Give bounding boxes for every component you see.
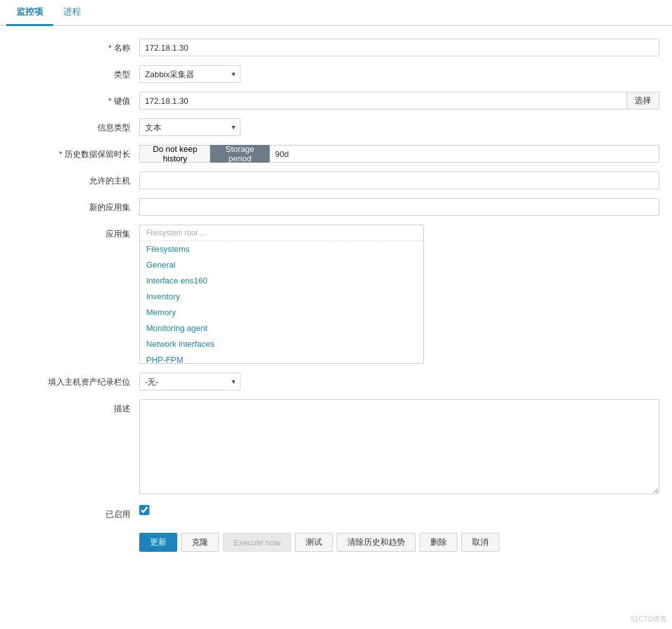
app-set-row: 应用集 Filesystem root ...FilesystemsGenera… bbox=[13, 225, 659, 364]
enabled-control bbox=[139, 505, 659, 515]
description-textarea[interactable] bbox=[139, 399, 659, 494]
enabled-label: 已启用 bbox=[13, 505, 139, 520]
tab-monitoring[interactable]: 监控项 bbox=[6, 0, 53, 26]
type-row: 类型 Zabbix采集器 SNMP agent Zabbix agent Sim… bbox=[13, 65, 659, 83]
new-app-input[interactable] bbox=[139, 198, 659, 216]
update-button[interactable]: 更新 bbox=[139, 533, 177, 552]
list-item[interactable]: Filesystem root ... bbox=[140, 225, 423, 241]
info-type-label: 信息类型 bbox=[13, 118, 139, 134]
list-item[interactable]: Monitoring agent bbox=[140, 320, 423, 336]
key-select-button[interactable]: 选择 bbox=[627, 92, 659, 109]
history-row: * 历史数据保留时长 Do not keep history Storage p… bbox=[13, 145, 659, 163]
asset-label: 填入主机资产纪录栏位 bbox=[13, 373, 139, 388]
period-toggle: Do not keep history Storage period bbox=[139, 145, 659, 163]
list-item[interactable]: Interface ens160 bbox=[140, 273, 423, 289]
description-label: 描述 bbox=[13, 399, 139, 414]
enabled-checkbox[interactable] bbox=[139, 505, 149, 515]
info-type-select[interactable]: 文本 数字(无符号) 数字(浮点) 字符 日志 bbox=[139, 118, 240, 136]
type-label: 类型 bbox=[13, 65, 139, 80]
key-label: * 键值 bbox=[13, 92, 139, 107]
type-control: Zabbix采集器 SNMP agent Zabbix agent Simple… bbox=[139, 65, 659, 83]
enabled-checkbox-wrap bbox=[139, 505, 659, 515]
list-item[interactable]: PHP-FPM bbox=[140, 352, 423, 364]
key-row: * 键值 选择 bbox=[13, 92, 659, 109]
app-set-control: Filesystem root ...FilesystemsGeneralInt… bbox=[139, 225, 659, 364]
enabled-row: 已启用 bbox=[13, 505, 659, 520]
list-item[interactable]: Memory bbox=[140, 304, 423, 320]
allowed-hosts-row: 允许的主机 bbox=[13, 171, 659, 189]
asset-row: 填入主机资产纪录栏位 -无- bbox=[13, 373, 659, 390]
allowed-hosts-label: 允许的主机 bbox=[13, 171, 139, 187]
asset-select[interactable]: -无- bbox=[139, 373, 240, 390]
history-label: * 历史数据保留时长 bbox=[13, 145, 139, 160]
history-value-input[interactable] bbox=[270, 145, 659, 163]
description-control bbox=[139, 399, 659, 496]
app-set-label: 应用集 bbox=[13, 225, 139, 240]
execute-now-button: Execute now bbox=[223, 533, 291, 552]
history-control: Do not keep history Storage period bbox=[139, 145, 659, 163]
clone-button[interactable]: 克隆 bbox=[181, 533, 219, 552]
app-listbox-wrapper: Filesystem root ...FilesystemsGeneralInt… bbox=[139, 225, 424, 364]
key-control: 选择 bbox=[139, 92, 659, 109]
info-type-row: 信息类型 文本 数字(无符号) 数字(浮点) 字符 日志 bbox=[13, 118, 659, 136]
type-select[interactable]: Zabbix采集器 SNMP agent Zabbix agent Simple… bbox=[139, 65, 240, 83]
delete-button[interactable]: 删除 bbox=[420, 533, 457, 552]
allowed-hosts-input[interactable] bbox=[139, 171, 659, 189]
asset-select-wrapper: -无- bbox=[139, 373, 240, 390]
button-bar: 更新 克隆 Execute now 测试 清除历史和趋势 删除 取消 bbox=[13, 533, 659, 552]
name-row: * 名称 bbox=[13, 39, 659, 56]
info-type-select-wrapper: 文本 数字(无符号) 数字(浮点) 字符 日志 bbox=[139, 118, 240, 136]
key-value-row: 选择 bbox=[139, 92, 659, 109]
test-button[interactable]: 测试 bbox=[295, 533, 333, 552]
key-input[interactable] bbox=[139, 92, 627, 109]
type-select-wrapper: Zabbix采集器 SNMP agent Zabbix agent Simple… bbox=[139, 65, 240, 83]
app-list[interactable]: Filesystem root ...FilesystemsGeneralInt… bbox=[139, 225, 424, 364]
tabs-bar: 监控项 进程 bbox=[0, 0, 672, 26]
new-app-control bbox=[139, 198, 659, 216]
new-app-row: 新的应用集 bbox=[13, 198, 659, 216]
history-no-keep-button[interactable]: Do not keep history bbox=[139, 145, 210, 163]
name-input[interactable] bbox=[139, 39, 659, 56]
cancel-button[interactable]: 取消 bbox=[461, 533, 499, 552]
clear-history-button[interactable]: 清除历史和趋势 bbox=[337, 533, 416, 552]
form-container: * 名称 类型 Zabbix采集器 SNMP agent Zabbix agen… bbox=[0, 39, 672, 564]
list-item[interactable]: General bbox=[140, 257, 423, 273]
allowed-hosts-control bbox=[139, 171, 659, 189]
list-item[interactable]: Network interfaces bbox=[140, 336, 423, 352]
info-type-control: 文本 数字(无符号) 数字(浮点) 字符 日志 bbox=[139, 118, 659, 136]
list-item[interactable]: Inventory bbox=[140, 289, 423, 304]
tab-process[interactable]: 进程 bbox=[53, 0, 91, 26]
name-label: * 名称 bbox=[13, 39, 139, 54]
description-row: 描述 bbox=[13, 399, 659, 496]
name-control bbox=[139, 39, 659, 56]
history-storage-period-button[interactable]: Storage period bbox=[210, 145, 269, 163]
new-app-label: 新的应用集 bbox=[13, 198, 139, 213]
asset-control: -无- bbox=[139, 373, 659, 390]
list-item[interactable]: Filesystems bbox=[140, 241, 423, 257]
